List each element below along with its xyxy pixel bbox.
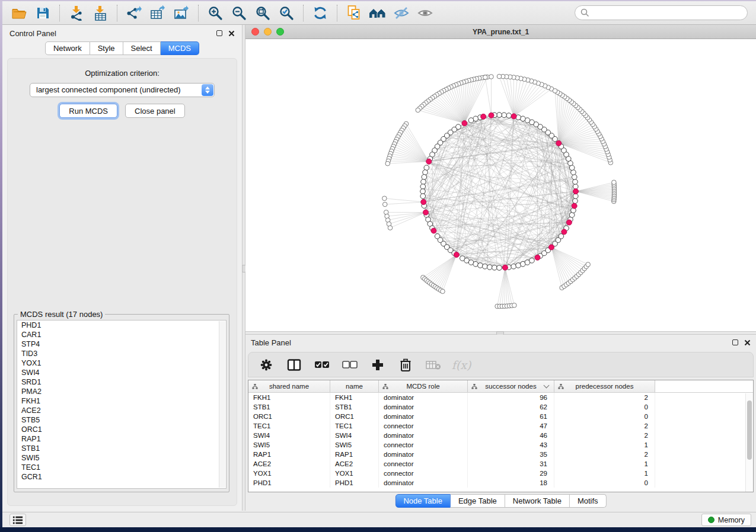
column-header-predecessor-nodes[interactable]: predecessor nodes (554, 380, 655, 392)
minimize-window-icon[interactable] (264, 28, 272, 36)
table-cell[interactable]: TEC1 (330, 421, 379, 431)
tab-mcds[interactable]: MCDS (161, 41, 199, 55)
delete-column-button[interactable] (398, 356, 413, 374)
network-canvas[interactable] (245, 39, 756, 331)
network-node[interactable] (573, 184, 578, 190)
table-row[interactable]: RAP1RAP1dominator352 (248, 450, 753, 459)
close-panel-icon[interactable] (744, 339, 751, 346)
table-row[interactable]: STB1STB1dominator620 (248, 402, 753, 412)
leaf-node[interactable] (586, 262, 591, 267)
table-cell[interactable]: dominator (379, 478, 468, 488)
tab-style[interactable]: Style (90, 41, 123, 55)
first-neighbors-button[interactable] (366, 3, 390, 23)
mcds-node-dot[interactable] (421, 199, 426, 204)
network-node[interactable] (573, 198, 578, 204)
table-cell[interactable]: YOX1 (248, 469, 330, 478)
table-cell[interactable]: ACE2 (248, 459, 330, 469)
mcds-node-dot[interactable] (573, 189, 579, 194)
table-cell[interactable]: YOX1 (330, 469, 379, 478)
network-node[interactable] (506, 113, 512, 118)
leaf-node[interactable] (385, 161, 390, 166)
search-box[interactable] (575, 5, 748, 20)
table-cell[interactable]: FKH1 (248, 393, 330, 402)
mcds-node-dot[interactable] (426, 159, 432, 164)
mcds-node-dot[interactable] (454, 252, 459, 257)
table-cell[interactable]: 31 (468, 459, 554, 469)
mcds-node-dot[interactable] (566, 220, 572, 225)
network-node[interactable] (573, 194, 578, 199)
close-panel-icon[interactable] (228, 30, 235, 37)
table-cell[interactable]: dominator (379, 412, 468, 421)
table-cell[interactable]: 1 (554, 459, 655, 469)
export-table-button[interactable] (146, 3, 170, 23)
mcds-node-dot[interactable] (462, 121, 467, 126)
import-table-button[interactable] (88, 3, 112, 23)
mcds-node-dot[interactable] (481, 114, 486, 119)
network-node[interactable] (502, 113, 507, 118)
mcds-node-item[interactable]: RAP1 (17, 434, 226, 444)
table-cell[interactable]: 29 (468, 469, 554, 478)
table-cell[interactable]: ORC1 (330, 412, 379, 421)
network-node[interactable] (487, 265, 493, 270)
table-cell[interactable]: dominator (379, 402, 468, 412)
import-network-button[interactable] (65, 3, 88, 23)
table-row[interactable]: ACE2ACE2connector311 (248, 459, 753, 469)
mcds-node-item[interactable]: TEC1 (17, 463, 226, 472)
network-node[interactable] (497, 265, 502, 271)
table-cell[interactable]: RAP1 (330, 450, 379, 459)
leaf-node[interactable] (512, 303, 517, 308)
leaf-node[interactable] (388, 226, 393, 230)
mcds-node-dot[interactable] (423, 210, 428, 215)
zoom-selected-button[interactable] (275, 3, 298, 23)
table-row[interactable]: YOX1YOX1connector291 (248, 469, 753, 478)
mcds-node-dot[interactable] (502, 265, 508, 270)
zoom-out-button[interactable] (227, 3, 251, 23)
network-node[interactable] (511, 264, 516, 269)
table-cell[interactable]: 0 (554, 478, 655, 488)
run-mcds-button[interactable]: Run MCDS (59, 104, 117, 118)
tab-network-table[interactable]: Network Table (505, 494, 570, 508)
network-node[interactable] (422, 175, 427, 180)
network-node[interactable] (483, 264, 488, 269)
table-cell[interactable]: PHD1 (330, 478, 379, 488)
mcds-node-dot[interactable] (548, 245, 554, 250)
memory-button[interactable]: Memory (701, 514, 751, 526)
mcds-result-scrollbar[interactable] (219, 321, 225, 488)
network-node[interactable] (423, 170, 428, 175)
network-node[interactable] (572, 175, 577, 180)
leaf-node[interactable] (382, 196, 387, 201)
column-header-successor-nodes[interactable]: successor nodes (468, 380, 554, 392)
leaf-node[interactable] (382, 202, 387, 207)
network-node[interactable] (420, 189, 426, 194)
table-row[interactable]: PHD1PHD1dominator180 (248, 478, 753, 488)
network-node[interactable] (529, 258, 535, 263)
table-cell[interactable]: RAP1 (248, 450, 330, 459)
table-cell[interactable]: 62 (468, 402, 554, 412)
show-all-button[interactable] (413, 3, 437, 23)
tab-node-table[interactable]: Node Table (395, 494, 451, 508)
table-cell[interactable]: 47 (468, 421, 554, 431)
mcds-node-dot[interactable] (511, 114, 516, 119)
table-cell[interactable]: ORC1 (248, 412, 330, 421)
network-node[interactable] (473, 261, 479, 267)
mcds-node-dot[interactable] (562, 229, 567, 235)
table-cell[interactable]: 18 (468, 478, 554, 488)
network-node[interactable] (478, 263, 483, 268)
mcds-node-item[interactable]: ORC1 (17, 425, 226, 434)
leaf-node[interactable] (497, 74, 502, 79)
mcds-node-dot[interactable] (572, 203, 577, 209)
export-network-button[interactable] (122, 3, 146, 23)
network-node[interactable] (521, 116, 526, 121)
table-scrollbar[interactable] (745, 393, 753, 492)
table-cell[interactable]: 46 (468, 431, 554, 440)
table-cell[interactable]: 0 (554, 402, 655, 412)
table-row[interactable]: SWI4SWI4dominator462 (248, 431, 753, 440)
table-cell[interactable]: STB1 (330, 402, 379, 412)
float-panel-icon[interactable] (732, 339, 738, 345)
network-node[interactable] (420, 184, 426, 190)
scrollbar-thumb[interactable] (747, 400, 752, 460)
tab-select[interactable]: Select (123, 41, 161, 55)
table-cell[interactable]: dominator (379, 431, 468, 440)
mcds-node-dot[interactable] (535, 255, 540, 260)
mcds-node-dot[interactable] (431, 228, 436, 233)
